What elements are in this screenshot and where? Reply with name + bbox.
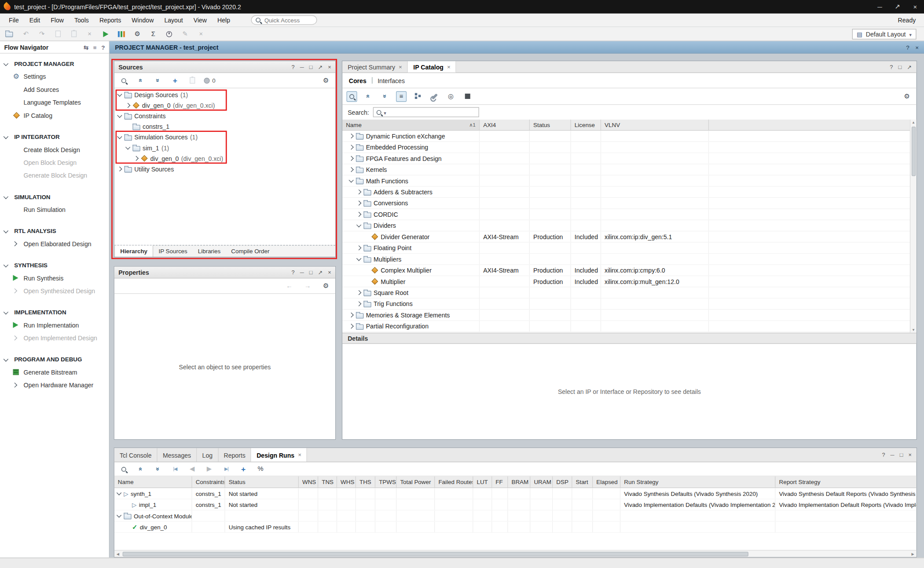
sources-tab-hierarchy[interactable]: Hierarchy bbox=[114, 245, 154, 256]
runs-minimize-icon[interactable]: ─ bbox=[891, 451, 895, 458]
source-item-sim-1[interactable]: sim_1(1) bbox=[114, 142, 335, 153]
runs-column-total-power[interactable]: Total Power bbox=[396, 476, 435, 487]
source-item-div-gen-0[interactable]: div_gen_0(div_gen_0.xci) bbox=[114, 153, 335, 164]
ip-column-vlnv[interactable]: VLNV bbox=[601, 120, 709, 130]
runs-column-lut[interactable]: LUT bbox=[473, 476, 492, 487]
ip-row-trig-functions[interactable]: Trig Functions bbox=[342, 299, 916, 309]
tab-tcl-console[interactable]: Tcl Console bbox=[114, 448, 158, 462]
runs-column-constraints[interactable]: Constraints bbox=[192, 476, 225, 487]
source-item-div-gen-0[interactable]: div_gen_0(div_gen_0.xci) bbox=[114, 100, 335, 111]
paste-icon[interactable] bbox=[68, 29, 79, 39]
search-icon[interactable] bbox=[118, 75, 129, 86]
runs-column-start[interactable]: Start bbox=[572, 476, 593, 487]
undo-icon[interactable]: ↶ bbox=[21, 29, 31, 39]
ip-row-floating-point[interactable]: Floating Point bbox=[342, 243, 916, 254]
ip-row-dynamic-function-exchange[interactable]: Dynamic Function eXchange bbox=[342, 131, 916, 142]
ip-row-dividers[interactable]: Dividers bbox=[342, 220, 916, 231]
ip-row-multiplier[interactable]: MultiplierProductionIncludedxilinx.com:i… bbox=[342, 276, 916, 287]
target-icon[interactable]: ◎ bbox=[446, 91, 456, 102]
flow-item-add-sources[interactable]: Add Sources bbox=[0, 83, 109, 96]
ip-row-square-root[interactable]: Square Root bbox=[342, 288, 916, 299]
search-icon[interactable] bbox=[347, 91, 357, 102]
runs-help-icon[interactable]: ? bbox=[882, 451, 885, 458]
ip-column-name[interactable]: Name∧1 bbox=[342, 120, 480, 130]
sources-tab-ip-sources[interactable]: IP Sources bbox=[153, 245, 192, 256]
sources-settings-gear-icon[interactable]: ⚙ bbox=[321, 75, 331, 86]
properties-float-icon[interactable]: □ bbox=[309, 269, 313, 276]
flow-item-open-hardware-manager[interactable]: Open Hardware Manager bbox=[0, 379, 109, 391]
flow-section-header-synthesis[interactable]: SYNTHESIS bbox=[0, 259, 109, 271]
flow-section-header-implementation[interactable]: IMPLEMENTATION bbox=[0, 306, 109, 318]
scroll-left-button[interactable] bbox=[114, 550, 121, 557]
expander-icon[interactable] bbox=[349, 167, 354, 172]
context-help-icon[interactable]: ? bbox=[906, 44, 909, 51]
maximize-button[interactable]: ↗ bbox=[889, 0, 906, 14]
flow-section-header-ip-integrator[interactable]: IP INTEGRATOR bbox=[0, 131, 109, 143]
ip-row-cordic[interactable]: CORDIC bbox=[342, 209, 916, 220]
step-back-icon[interactable]: ◀ bbox=[187, 464, 198, 474]
runs-close-icon[interactable]: × bbox=[908, 451, 911, 458]
ip-search-box[interactable] bbox=[373, 107, 479, 117]
collapse-all-icon[interactable]: « bbox=[136, 75, 146, 86]
launch-runs-icon[interactable]: ▶ bbox=[204, 464, 214, 474]
ip-row-partial-reconfiguration[interactable]: Partial Reconfiguration bbox=[342, 321, 916, 332]
ip-row-divider-generator[interactable]: Divider GeneratorAXI4-StreamProductionIn… bbox=[342, 231, 916, 242]
ip-row-embedded-processing[interactable]: Embedded Processing bbox=[342, 142, 916, 153]
collapse-all-icon[interactable]: « bbox=[363, 91, 374, 102]
menu-layout[interactable]: Layout bbox=[159, 17, 188, 24]
runs-column-elapsed[interactable]: Elapsed bbox=[593, 476, 620, 487]
ip-row-adders-subtracters[interactable]: Adders & Subtracters bbox=[342, 187, 916, 198]
runs-column-name[interactable]: Name bbox=[114, 476, 192, 487]
vertical-scrollbar[interactable] bbox=[910, 120, 917, 333]
run-row-div-gen-0[interactable]: ✓div_gen_0Using cached IP results bbox=[114, 522, 917, 533]
expander-icon[interactable] bbox=[125, 145, 130, 149]
expander-icon[interactable] bbox=[349, 324, 354, 328]
back-icon[interactable]: ← bbox=[284, 280, 295, 291]
run-row-impl-1[interactable]: ▷impl_1constrs_1Not startedVivado Implem… bbox=[114, 499, 917, 510]
expander-icon[interactable] bbox=[117, 134, 122, 139]
properties-settings-gear-icon[interactable]: ⚙ bbox=[321, 280, 331, 291]
ip-maximize-icon[interactable]: ↗ bbox=[907, 64, 912, 70]
create-runs-icon[interactable]: + bbox=[238, 464, 249, 474]
settings-gear-icon[interactable]: ⚙ bbox=[132, 29, 143, 39]
layout-selector[interactable]: Default Layout bbox=[852, 29, 916, 39]
ip-row-fpga-features-and-design[interactable]: FPGA Features and Design bbox=[342, 153, 916, 164]
expander-icon[interactable] bbox=[117, 490, 121, 495]
redo-icon[interactable]: ↷ bbox=[37, 29, 47, 39]
add-sources-icon[interactable]: + bbox=[170, 75, 180, 86]
flow-item-run-simulation[interactable]: Run Simulation bbox=[0, 203, 109, 216]
expander-icon[interactable] bbox=[4, 194, 8, 199]
runs-column-report-strategy[interactable]: Report Strategy bbox=[776, 476, 917, 487]
menu-help[interactable]: Help bbox=[212, 17, 235, 24]
properties-close-icon[interactable]: × bbox=[328, 269, 331, 276]
expander-icon[interactable] bbox=[4, 309, 8, 314]
tab-log[interactable]: Log bbox=[197, 448, 219, 462]
expander-icon[interactable] bbox=[12, 241, 17, 246]
reset-runs-icon[interactable]: |◀ bbox=[170, 464, 180, 474]
source-item-simulation-sources[interactable]: Simulation Sources(1) bbox=[114, 132, 335, 142]
expander-icon[interactable] bbox=[356, 222, 361, 227]
flow-item-language-templates[interactable]: Language Templates bbox=[0, 96, 109, 109]
edit-icon[interactable]: ✎ bbox=[180, 29, 190, 39]
sources-help-icon[interactable]: ? bbox=[292, 64, 295, 70]
analysis-icon[interactable] bbox=[116, 29, 127, 39]
run-row-out-of-context-module-runs[interactable]: Out-of-Context Module Runs bbox=[114, 510, 917, 521]
runs-column-ff[interactable]: FF bbox=[492, 476, 508, 487]
expander-icon[interactable] bbox=[349, 313, 354, 317]
sources-float-icon[interactable]: □ bbox=[309, 64, 313, 70]
report-sigma-icon[interactable]: Σ bbox=[148, 29, 158, 39]
report-ip-status-icon[interactable] bbox=[187, 75, 198, 86]
ip-row-complex-multiplier[interactable]: Complex MultiplierAXI4-StreamProductionI… bbox=[342, 265, 916, 276]
close-tab-icon[interactable]: × bbox=[399, 64, 402, 70]
runs-column-failed-routes[interactable]: Failed Routes bbox=[435, 476, 473, 487]
ip-row-kernels[interactable]: Kernels bbox=[342, 164, 916, 175]
flow-item-settings[interactable]: ⚙Settings bbox=[0, 70, 109, 83]
expand-all-icon[interactable]: » bbox=[153, 75, 163, 86]
expander-icon[interactable] bbox=[349, 134, 354, 138]
runs-column-whs[interactable]: WHS bbox=[337, 476, 356, 487]
expander-icon[interactable] bbox=[349, 178, 354, 182]
menu-view[interactable]: View bbox=[188, 17, 212, 24]
source-item-constraints[interactable]: Constraints bbox=[114, 111, 335, 121]
expander-icon[interactable] bbox=[356, 301, 361, 306]
runs-column-bram[interactable]: BRAM bbox=[508, 476, 530, 487]
